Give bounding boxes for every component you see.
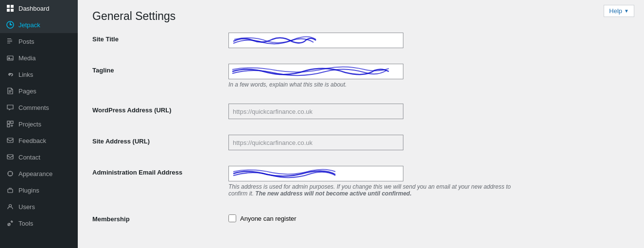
- sidebar-item-comments[interactable]: Comments: [0, 99, 78, 116]
- sidebar-item-label: Jetpack: [18, 21, 40, 29]
- sidebar-item-appearance[interactable]: Appearance: [0, 165, 78, 182]
- sidebar-item-label: Posts: [18, 38, 35, 45]
- site-address-field: [228, 135, 520, 150]
- sidebar-item-jetpack[interactable]: Jetpack: [0, 17, 78, 33]
- site-title-label: Site Title: [92, 33, 228, 43]
- site-title-scribble: [228, 33, 403, 48]
- dashboard-icon: [6, 4, 15, 13]
- svg-rect-0: [7, 5, 10, 8]
- jetpack-icon: [6, 20, 15, 29]
- wp-address-row: WordPress Address (URL): [92, 104, 629, 125]
- help-label: Help: [609, 7, 622, 15]
- svg-rect-9: [7, 124, 10, 127]
- site-address-row: Site Address (URL): [92, 135, 629, 156]
- sidebar-item-label: Appearance: [18, 170, 52, 177]
- admin-email-description: This address is used for admin purposes.…: [228, 183, 520, 197]
- appearance-icon: [6, 169, 15, 178]
- site-title-field: [228, 33, 520, 48]
- sidebar-item-label: Users: [18, 203, 35, 211]
- site-address-label: Site Address (URL): [92, 135, 228, 145]
- projects-icon: [6, 120, 15, 128]
- chevron-down-icon: ▼: [624, 8, 629, 14]
- settings-form: Site Title Tagline: [92, 33, 629, 229]
- sidebar-item-posts[interactable]: Posts: [0, 33, 78, 50]
- pages-icon: [6, 87, 15, 95]
- sidebar-item-label: Dashboard: [18, 5, 50, 12]
- sidebar-item-label: Pages: [18, 88, 36, 95]
- membership-field: Anyone can register: [228, 213, 520, 222]
- tagline-field: In a few words, explain what this site i…: [228, 64, 520, 88]
- sidebar-item-label: Comments: [18, 104, 49, 111]
- users-icon: [6, 202, 15, 211]
- wp-address-field: [228, 104, 520, 119]
- links-icon: [6, 70, 15, 79]
- posts-icon: [6, 37, 15, 46]
- sidebar-item-tools[interactable]: Tools: [0, 215, 78, 231]
- svg-rect-10: [7, 138, 13, 142]
- comments-icon: [6, 103, 15, 112]
- sidebar-item-feedback[interactable]: Feedback: [0, 132, 78, 149]
- sidebar-item-links[interactable]: Links: [0, 66, 78, 83]
- admin-email-input[interactable]: [228, 166, 403, 181]
- sidebar-item-label: Contact: [18, 154, 40, 161]
- admin-email-row: Administration Email Address This addres…: [92, 166, 629, 203]
- svg-rect-3: [11, 9, 14, 12]
- sidebar-item-label: Projects: [18, 121, 41, 128]
- svg-rect-1: [11, 5, 14, 8]
- anyone-can-register-checkbox[interactable]: [228, 214, 236, 222]
- sidebar-item-label: Feedback: [18, 137, 46, 144]
- sidebar-item-label: Tools: [18, 220, 33, 227]
- tagline-row: Tagline In a few words, explain what thi…: [92, 64, 629, 94]
- svg-rect-5: [7, 56, 13, 60]
- admin-email-label: Administration Email Address: [92, 166, 228, 176]
- sidebar-item-contact[interactable]: Contact: [0, 149, 78, 165]
- svg-point-14: [9, 205, 12, 207]
- sidebar-item-projects[interactable]: Projects: [0, 116, 78, 132]
- sidebar-item-label: Plugins: [18, 187, 39, 194]
- svg-rect-13: [8, 189, 13, 193]
- membership-checkbox-row: Anyone can register: [228, 214, 520, 222]
- site-title-input[interactable]: [228, 33, 403, 48]
- sidebar-item-dashboard[interactable]: Dashboard: [0, 0, 78, 17]
- tagline-description: In a few words, explain what this site i…: [228, 81, 520, 88]
- svg-rect-7: [7, 121, 10, 124]
- page-title: General Settings: [92, 10, 629, 23]
- admin-email-scribble: [228, 166, 403, 181]
- media-icon: [6, 53, 15, 62]
- help-button[interactable]: Help ▼: [604, 5, 634, 17]
- site-title-row: Site Title: [92, 33, 629, 54]
- tagline-label: Tagline: [92, 64, 228, 74]
- membership-row: Membership Anyone can register: [92, 213, 629, 229]
- sidebar-item-media[interactable]: Media: [0, 50, 78, 66]
- site-address-input[interactable]: [228, 135, 403, 150]
- tagline-input[interactable]: [228, 64, 403, 79]
- sidebar-item-label: Media: [18, 54, 35, 62]
- sidebar: Dashboard Jetpack Posts Media Links Page…: [0, 0, 78, 248]
- tools-icon: [6, 219, 15, 228]
- sidebar-item-label: Links: [18, 71, 33, 78]
- sidebar-item-users[interactable]: Users: [0, 198, 78, 215]
- sidebar-item-plugins[interactable]: Plugins: [0, 182, 78, 198]
- contact-icon: [6, 153, 15, 161]
- svg-rect-8: [11, 121, 13, 124]
- wp-address-label: WordPress Address (URL): [92, 104, 228, 114]
- plugins-icon: [6, 186, 15, 195]
- sidebar-item-pages[interactable]: Pages: [0, 83, 78, 99]
- anyone-can-register-label: Anyone can register: [240, 215, 296, 222]
- admin-email-bold-notice: The new address will not become active u…: [255, 190, 411, 197]
- tagline-scribble: [228, 64, 403, 79]
- wp-address-input[interactable]: [228, 104, 403, 119]
- admin-email-field: This address is used for admin purposes.…: [228, 166, 520, 197]
- main-content: Help ▼ General Settings Site Title Tagli…: [78, 0, 644, 248]
- svg-rect-2: [7, 9, 10, 12]
- feedback-icon: [6, 136, 15, 145]
- membership-label: Membership: [92, 213, 228, 223]
- svg-rect-11: [7, 155, 13, 159]
